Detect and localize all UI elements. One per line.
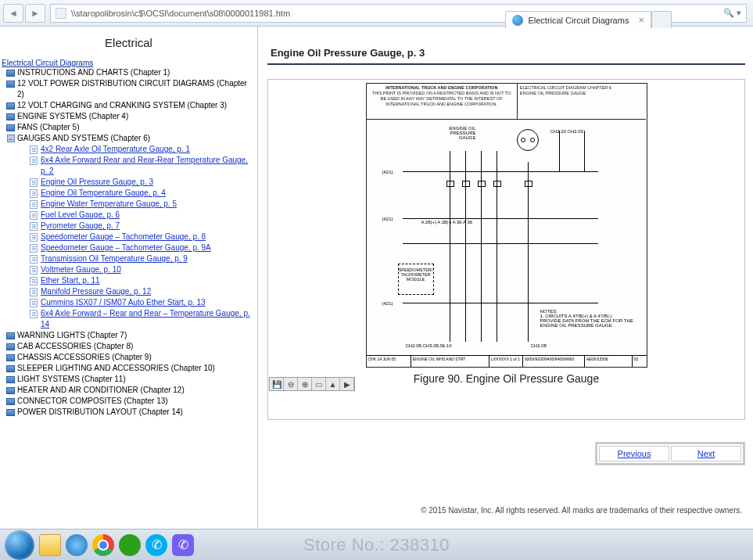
page-icon [30,233,38,242]
tree-page-link[interactable]: Pyrometer Gauge, p. 7 [17,221,256,232]
tree-page-link[interactable]: Manifold Pressure Gauge, p. 12 [17,286,256,297]
sidebar: Electrical Electrical Circuit Diagrams I… [0,27,258,529]
book-icon [6,332,15,339]
collapse-icon[interactable] [7,135,15,142]
speedo-module-box: SPEEDOMETER/ TACHOMETER MODULE [398,264,434,295]
zoom-in-button[interactable]: ⊕ [298,378,312,390]
tree-chapter[interactable]: ENGINE SYSTEMS (Chapter 4) [2,111,256,122]
connector-421-b: (421) [382,217,393,221]
tree-chapter[interactable]: LIGHT SYSTEMS (Chapter 11) [2,374,256,385]
tab-electrical-diagrams[interactable]: Electrical Circuit Diagrams × [505,11,651,28]
page-icon [30,310,38,318]
ie-icon[interactable] [66,534,88,556]
page-icon [30,156,38,165]
tree-page-link[interactable]: 6x4 Axle Forward Rear and Rear-Rear Temp… [17,155,256,177]
page-icon [30,299,38,307]
figure-container: INTERNATIONAL TRUCK AND ENGINE CORPORATI… [267,79,745,420]
tree-chapter[interactable]: HEATER AND AIR CONDITIONER (Chapter 12) [2,385,256,396]
tree-page-link[interactable]: Fuel Level Gauge, p. 6 [17,210,256,221]
tree-root-link[interactable]: Electrical Circuit Diagrams [2,59,93,67]
connector-421-c: (421) [382,301,393,306]
pager: Previous Next [266,442,745,465]
book-icon [6,365,15,372]
diagram-header-restrict: THIS PRINT IS PROVIDED ON A RESTRICTED B… [372,91,511,106]
tree-page-link[interactable]: 6x4 Axle Forward – Rear and Rear – Tempe… [17,308,256,330]
tree-chapter[interactable]: CHASSIS ACCESSORIES (Chapter 9) [2,352,256,363]
book-icon [6,81,15,88]
tree-page-link[interactable]: Voltmeter Gauge, p. 10 [17,264,256,275]
tree-chapter[interactable]: CAB ACCESSORIES (Chapter 8) [2,341,256,352]
nav-tree: Electrical Circuit Diagrams INSTRUCTIONS… [0,56,257,529]
chrome-icon[interactable] [92,534,114,556]
tree-chapter[interactable]: CONNECTOR COMPOSITES (Chapter 13) [2,396,256,407]
page-icon [30,189,38,198]
tree-chapter[interactable]: FANS (Chapter 5) [2,122,256,133]
skype-icon[interactable]: ✆ [145,534,167,556]
new-tab-button[interactable] [651,11,672,28]
tree-chapter[interactable]: 12 VOLT CHARGING and CRANKING SYSTEM (Ch… [2,100,256,111]
prev-link[interactable]: Previous [618,449,651,458]
tree-page-link[interactable]: Engine Oil Pressure Gauge, p. 3 [17,177,256,188]
sidebar-title: Electrical [0,27,257,56]
circuit-diagram: INTERNATIONAL TRUCK AND ENGINE CORPORATI… [366,83,647,368]
page-icon [30,244,38,253]
book-icon [6,343,15,350]
watermark-text: Store No.: 238310 [303,535,450,555]
tree-chapter[interactable]: WARNING LIGHTS (Chapter 7) [2,330,256,341]
diagram-header-corp: INTERNATIONAL TRUCK AND ENGINE CORPORATI… [385,85,497,90]
tree-page-link[interactable]: Transmission Oil Temperature Gauge, p. 9 [17,253,256,264]
page-icon [30,178,38,187]
diagram-toolbar: 💾 ⊖ ⊕ ▭ ▲ ▶ [269,377,355,391]
diagram-notes: NOTES: 1. CIRCUITS A 47/B(+) & A 47/B(-)… [540,309,634,328]
tree-page-link[interactable]: Speedometer Gauge – Tachometer Gauge, p.… [17,232,256,242]
page-icon [30,255,38,264]
scroll-up-button[interactable]: ▲ [326,378,340,390]
main-pane: Engine Oil Pressure Gauge, p. 3 INTERNAT… [258,27,753,529]
scroll-right-button[interactable]: ▶ [340,378,354,390]
copyright-text: © 2015 Navistar, Inc. All rights reserve… [257,506,742,515]
book-icon [6,113,15,120]
tree-chapter[interactable]: 12 VOLT POWER DISTRIBUTION CIRCUIT DIAGR… [2,78,256,100]
book-icon [6,102,15,109]
tab-close-button[interactable]: × [638,14,644,26]
tree-page-link[interactable]: Cummins ISX07 / ISM07 Auto Ether Start, … [17,297,256,308]
diagram-header-chapter: ELECTRICAL CIRCUIT DIAGRAM CHAPTER 6 [520,85,611,90]
tree-page-link[interactable]: Speedometer Gauge – Tachometer Gauge, p.… [17,242,256,253]
start-button[interactable] [5,530,34,560]
page-icon [30,145,38,154]
tree-page-link[interactable]: 4x2 Rear Axle Oil Temperature Gauge, p. … [17,144,256,155]
viber-icon[interactable]: ✆ [172,534,194,556]
tree-chapter[interactable]: POWER DISTRIBUTION LAYOUT (Chapter 14) [2,407,256,418]
next-link[interactable]: Next [697,449,715,458]
book-icon [6,70,15,77]
forward-button[interactable]: ► [25,4,45,23]
fit-button[interactable]: ▭ [312,378,326,390]
page-icon [30,211,38,220]
page-icon [30,288,38,296]
book-icon [6,376,15,383]
page-icon [30,200,38,209]
page-favicon-icon [56,8,66,19]
gauge-icon [517,129,539,151]
tree-chapter-open[interactable]: GAUGES AND SYSTEMS (Chapter 6) 4x2 Rear … [2,133,256,330]
connector-421-a: (421) [382,170,393,174]
back-button[interactable]: ◄ [3,4,23,23]
save-button[interactable]: 💾 [270,378,284,390]
tree-chapter[interactable]: INSTRUCTIONS AND CHARTS (Chapter 1) [2,67,256,78]
tab-favicon-icon [512,15,523,26]
zoom-out-button[interactable]: ⊖ [284,378,298,390]
tree-chapter[interactable]: SLEEPER LIGHTING AND ACCESSORIES (Chapte… [2,363,256,374]
tree-page-link[interactable]: Ether Start, p. 11 [17,275,256,286]
bottom-ref-left: CH2.08,CH3.08,06.10 [406,343,452,348]
explorer-icon[interactable] [39,534,61,556]
page-icon [30,266,38,275]
quickbooks-icon[interactable] [119,534,141,556]
bottom-ref-right: CH2.08 [531,343,547,348]
search-dropdown-icon[interactable]: 🔍 ▾ [723,8,741,18]
gauge-label: ENGINE OIL PRESSURE GAUGE [445,126,476,140]
book-icon [6,398,15,405]
book-icon [6,354,15,361]
url-text: \\staropolibrosin\c$\OCSI\document\s08\0… [71,9,290,18]
tree-page-link[interactable]: Engine Oil Temperature Gauge, p. 4 [17,188,256,199]
tree-page-link[interactable]: Engine Water Temperature Gauge, p. 5 [17,199,256,210]
